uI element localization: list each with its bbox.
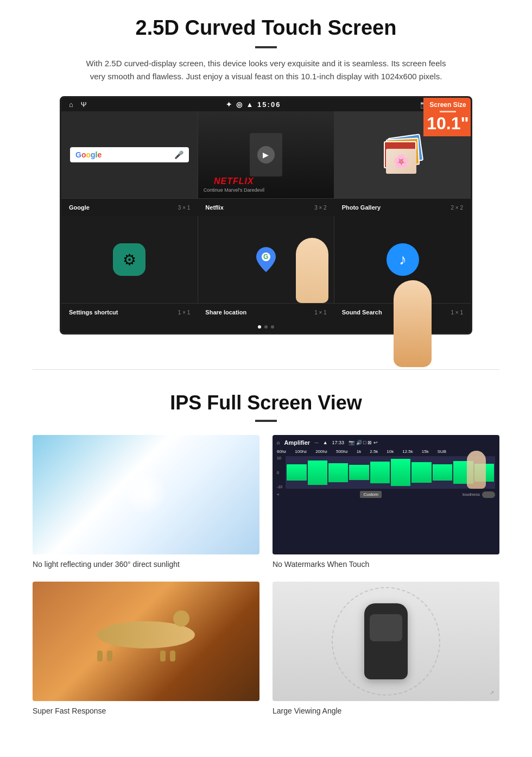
loudness-toggle	[482, 491, 495, 498]
cheetah-head	[173, 610, 189, 627]
app-grid-top: Google 🎤 ▶ NETFLIX Continue Marvel's Dar…	[61, 111, 471, 198]
car-body	[364, 603, 408, 679]
scale-10: 10	[277, 456, 282, 460]
google-label-size: 3 × 1	[178, 205, 191, 211]
features-grid: No light reflecting under 360° direct su…	[33, 435, 499, 715]
amp-label-500: 500hz	[336, 449, 348, 454]
feature-amplifier: ⌂ Amplifier ··· ▲ 17:33 📷 🔊 □ ⊠ ↩ 60hz 1…	[273, 435, 499, 569]
netflix-label-name: Netflix	[205, 204, 224, 211]
settings-label-name: Settings shortcut	[69, 309, 118, 316]
amp-title: Amplifier	[284, 439, 310, 446]
amp-status: ···	[314, 440, 319, 445]
sun-effect	[123, 471, 167, 514]
amp-label-15k: 15k	[422, 449, 429, 454]
mic-icon: 🎤	[174, 150, 183, 159]
google-logo: Google	[75, 150, 102, 159]
amp-bars-container: 10 0 -10	[277, 456, 495, 489]
amp-label-sub: SUB	[438, 449, 446, 454]
bar-2	[308, 460, 327, 485]
cheetah-body	[97, 621, 195, 661]
google-app-cell[interactable]: Google 🎤	[61, 111, 198, 198]
amp-hand-overlay	[463, 451, 490, 494]
section1-title: 2.5D Curved Touch Screen	[33, 16, 499, 40]
badge-label: Screen Size	[426, 101, 470, 109]
bar-8	[433, 464, 452, 481]
photo-card-3: 🌸	[384, 141, 416, 168]
leg-4	[170, 651, 175, 661]
amp-label-12k5: 12.5k	[402, 449, 413, 454]
angle-indicator: ↗	[490, 690, 494, 696]
bar-3	[328, 463, 348, 482]
home-icon-amp: ⌂	[277, 440, 280, 445]
amp-icons: 📷 🔊 □ ⊠ ↩	[349, 440, 377, 445]
sunlight-image	[33, 435, 259, 554]
amp-header: ⌂ Amplifier ··· ▲ 17:33 📷 🔊 □ ⊠ ↩	[277, 439, 495, 446]
usb-icon: Ψ	[81, 100, 87, 109]
google-label-name: Google	[69, 204, 90, 211]
status-bar-center: ✦ ◎ ▲ 15:06	[87, 100, 420, 109]
bluetooth-icon: ✦	[226, 100, 233, 109]
status-bar: ⌂ Ψ ✦ ◎ ▲ 15:06 📷 🔊 ⊠ ▭	[61, 98, 471, 111]
settings-icon: ⚙	[113, 243, 145, 276]
netflix-subtitle: Continue Marvel's Daredevil	[204, 187, 264, 193]
feature-cheetah: Super Fast Response	[33, 582, 259, 715]
signal-icon: ▲	[246, 100, 255, 109]
play-button[interactable]: ▶	[257, 146, 275, 163]
scale-neg10: -10	[277, 485, 282, 489]
photo-stack: 🌸	[384, 136, 422, 174]
feature-label-sunlight: No light reflecting under 360° direct su…	[33, 560, 259, 569]
settings-app-cell[interactable]: ⚙	[61, 216, 198, 303]
google-search-bar[interactable]: Google 🎤	[70, 147, 189, 162]
feature-img-sunlight	[33, 435, 259, 554]
share-label-size: 1 × 1	[314, 310, 327, 316]
amp-prev: «	[277, 492, 279, 497]
amp-label-1k: 1k	[357, 449, 361, 454]
bar-7	[411, 462, 431, 483]
feature-img-cheetah	[33, 582, 259, 701]
badge-size: 10.1"	[426, 115, 470, 132]
dot-2	[264, 325, 268, 329]
amp-label-60: 60hz	[277, 449, 286, 454]
settings-label-size: 1 × 1	[178, 310, 191, 316]
netflix-overlay: NETFLIX Continue Marvel's Daredevil	[204, 176, 264, 193]
feature-car: ↗ Large Viewing Angle	[273, 582, 499, 715]
status-bar-left: ⌂ Ψ	[69, 100, 87, 109]
netflix-label: Netflix 3 × 2	[198, 202, 334, 213]
amp-custom-btn: Custom	[360, 491, 382, 498]
amp-label-100: 100hz	[295, 449, 307, 454]
leg-1	[97, 651, 103, 661]
gallery-label-size: 2 × 2	[451, 205, 463, 211]
title-underline	[255, 46, 277, 48]
screen-size-badge: Screen Size 10.1"	[423, 98, 472, 136]
section1-description: With 2.5D curved-display screen, this de…	[81, 57, 451, 83]
dot-3	[271, 325, 274, 329]
feature-label-car: Large Viewing Angle	[273, 706, 499, 715]
feature-img-car: ↗	[273, 582, 499, 701]
leg-2	[107, 651, 112, 661]
device-wrapper: Screen Size 10.1" ⌂ Ψ ✦ ◎ ▲ 15:06 📷	[60, 96, 472, 335]
share-location-cell[interactable]: G	[198, 216, 334, 303]
bar-4	[349, 465, 369, 480]
feature-label-cheetah: Super Fast Response	[33, 706, 259, 715]
app-label-row-1: Google 3 × 1 Netflix 3 × 2 Photo Gallery…	[61, 198, 471, 216]
sound-label-size: 1 × 1	[451, 310, 463, 316]
bar-6	[391, 459, 410, 486]
photo-flower: 🌸	[386, 149, 416, 174]
amp-label-10k: 10k	[387, 449, 394, 454]
amp-wifi: ▲	[323, 440, 328, 445]
section2-underline	[255, 420, 277, 422]
external-hand	[385, 280, 440, 378]
time-display: 15:06	[257, 100, 281, 109]
sound-search-icon: ♪	[387, 243, 419, 276]
bar-5	[370, 462, 390, 483]
netflix-app-cell[interactable]: ▶ NETFLIX Continue Marvel's Daredevil	[198, 111, 334, 198]
gallery-label: Photo Gallery 2 × 2	[334, 202, 471, 213]
feature-label-amplifier: No Watermarks When Touch	[273, 560, 499, 569]
section2-title: IPS Full Screen View	[33, 392, 499, 414]
gallery-label-name: Photo Gallery	[342, 204, 381, 211]
sound-label-name: Sound Search	[342, 309, 382, 316]
amp-time: 17:33	[332, 440, 345, 445]
scale-0: 0	[277, 471, 282, 475]
home-icon: ⌂	[69, 100, 73, 109]
car-image: ↗	[273, 582, 499, 701]
